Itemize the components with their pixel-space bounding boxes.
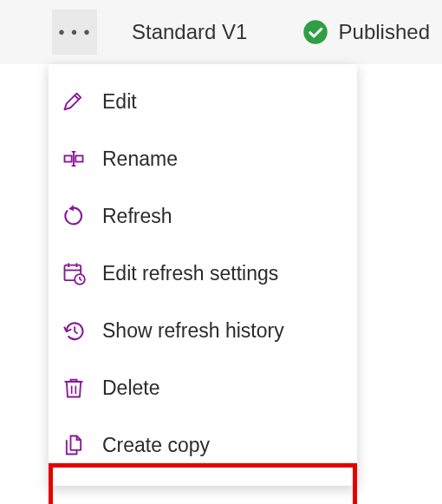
svg-line-1: [75, 95, 79, 100]
refresh-icon: [61, 203, 87, 229]
menu-item-label: Rename: [102, 147, 178, 171]
menu-item-label: Delete: [102, 376, 159, 400]
svg-line-13: [75, 331, 78, 333]
copy-icon: [61, 432, 87, 458]
menu-item-show-refresh-history[interactable]: Show refresh history: [49, 302, 357, 359]
history-icon: [61, 317, 87, 344]
menu-item-label: Edit refresh settings: [102, 262, 278, 285]
delete-icon: [61, 375, 87, 401]
menu-item-edit[interactable]: Edit: [49, 73, 357, 130]
checkmark-circle-icon: [302, 19, 328, 45]
calendar-settings-icon: [61, 260, 87, 286]
svg-rect-2: [65, 156, 72, 162]
svg-line-11: [80, 279, 81, 280]
ellipsis-icon: • • •: [58, 23, 90, 41]
status-badge: Published: [302, 19, 430, 45]
edit-icon: [61, 88, 87, 115]
menu-item-label: Edit: [102, 90, 137, 114]
svg-point-0: [303, 20, 328, 44]
menu-item-refresh[interactable]: Refresh: [49, 187, 357, 245]
menu-item-delete[interactable]: Delete: [49, 359, 357, 416]
rename-icon: [61, 146, 87, 172]
menu-item-rename[interactable]: Rename: [49, 130, 357, 187]
context-menu: Edit Rename Refresh: [49, 64, 357, 486]
menu-item-label: Refresh: [102, 205, 172, 228]
item-title: Standard V1: [132, 20, 247, 44]
menu-item-label: Create copy: [102, 434, 210, 457]
menu-item-create-copy[interactable]: Create copy: [49, 416, 357, 474]
svg-rect-3: [75, 156, 82, 162]
menu-item-edit-refresh-settings[interactable]: Edit refresh settings: [49, 245, 357, 302]
menu-item-label: Show refresh history: [102, 319, 284, 343]
topbar: • • • Standard V1 Published: [0, 0, 442, 64]
status-label: Published: [339, 20, 430, 44]
more-options-button[interactable]: • • •: [52, 10, 97, 55]
